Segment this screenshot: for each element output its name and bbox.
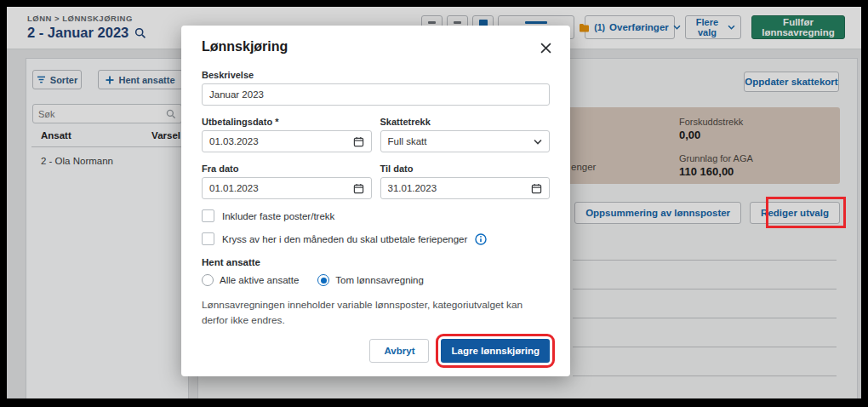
utbetalingsdato-label: Utbetalingsdato * bbox=[202, 117, 372, 127]
til-dato-label: Til dato bbox=[380, 163, 551, 174]
beskrivelse-field-box bbox=[202, 83, 550, 106]
skattetrekk-select[interactable] bbox=[380, 130, 551, 152]
inkluder-faste-poster-label: Inkluder faste poster/trekk bbox=[222, 211, 334, 221]
inkluder-faste-poster-checkbox[interactable] bbox=[202, 209, 214, 222]
feriepenger-checkbox-label: Kryss av her i den måneden du skal utbet… bbox=[222, 234, 467, 244]
app-window: LØNN > LØNNSKJØRING 2 - Januar 2023 (1) … bbox=[7, 7, 861, 398]
beskrivelse-input[interactable] bbox=[209, 89, 542, 100]
save-button[interactable]: Lagre lønnskjøring bbox=[441, 339, 550, 363]
til-dato-field-box bbox=[380, 177, 551, 199]
skattetrekk-value bbox=[388, 136, 529, 146]
modal-title: Lønnskjøring bbox=[202, 39, 288, 54]
feriepenger-checkbox[interactable] bbox=[202, 232, 214, 245]
hent-ansatte-group-label: Hent ansatte bbox=[202, 257, 550, 267]
lonnskjoring-modal: Lønnskjøring Beskrivelse Utbetalingsdato… bbox=[181, 26, 570, 376]
fra-dato-label: Fra dato bbox=[202, 163, 372, 174]
calendar-icon[interactable] bbox=[353, 183, 364, 194]
alle-aktive-ansatte-label: Alle aktive ansatte bbox=[220, 275, 299, 285]
fra-dato-input[interactable] bbox=[209, 183, 348, 193]
calendar-icon[interactable] bbox=[353, 136, 364, 147]
utbetalingsdato-field-box bbox=[202, 130, 372, 152]
screenshot-frame: LØNN > LØNNSKJØRING 2 - Januar 2023 (1) … bbox=[0, 0, 868, 407]
calendar-icon[interactable] bbox=[531, 183, 542, 194]
cancel-button[interactable]: Avbryt bbox=[369, 339, 429, 363]
close-icon[interactable] bbox=[539, 41, 553, 58]
til-dato-input[interactable] bbox=[388, 183, 527, 193]
modal-note: Lønnsavregningen inneholder variable løn… bbox=[202, 297, 550, 329]
info-icon[interactable] bbox=[475, 233, 487, 245]
beskrivelse-label: Beskrivelse bbox=[202, 70, 550, 80]
chevron-down-icon bbox=[534, 139, 542, 145]
fra-dato-field-box bbox=[202, 177, 372, 199]
tom-lonnsavregning-label: Tom lønnsavregning bbox=[335, 275, 424, 285]
skattetrekk-label: Skattetrekk bbox=[380, 117, 551, 127]
tom-lonnsavregning-radio[interactable] bbox=[317, 274, 329, 286]
utbetalingsdato-input[interactable] bbox=[209, 136, 348, 146]
alle-aktive-ansatte-radio[interactable] bbox=[202, 274, 214, 286]
